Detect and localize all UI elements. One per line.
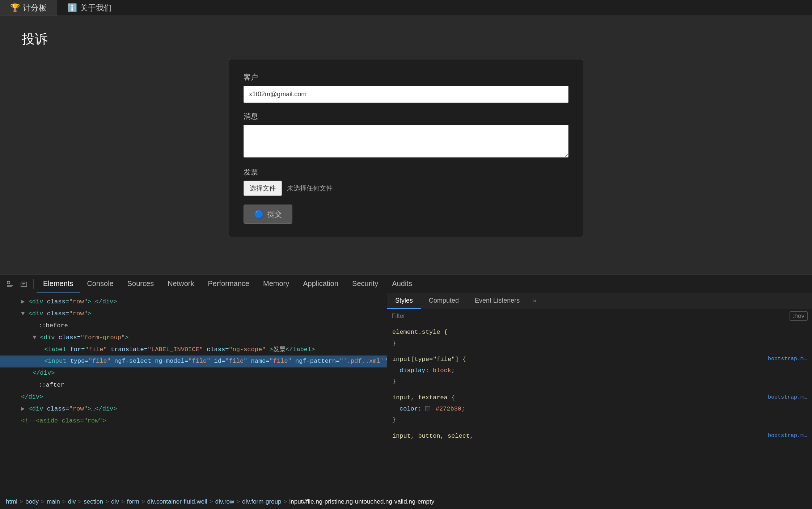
tab-console[interactable]: Console bbox=[80, 275, 120, 293]
info-icon: ℹ️ bbox=[67, 3, 77, 13]
breadcrumb-input-active[interactable]: input#file.ng-pristine.ng-untouched.ng-v… bbox=[288, 498, 436, 505]
devtools-body: ▶ <div class="row">…</div> ▼ <div class=… bbox=[0, 293, 812, 494]
trophy-icon: 🏆 bbox=[10, 3, 20, 13]
rule-input-textarea: input, textarea { bootstrap.m… color: #2… bbox=[392, 392, 807, 426]
breadcrumb-container[interactable]: div.container-fluid.well bbox=[146, 498, 209, 505]
nav-item-scoreboard[interactable]: 🏆 计分板 bbox=[0, 0, 57, 16]
tree-line: <!--<aside class="row"> bbox=[0, 415, 387, 427]
breadcrumb-body[interactable]: body bbox=[24, 498, 40, 505]
tab-application[interactable]: Application bbox=[296, 275, 345, 293]
styles-tabs: Styles Computed Event Listeners » bbox=[387, 293, 812, 309]
breadcrumb-html[interactable]: html bbox=[4, 498, 19, 505]
breadcrumb-form[interactable]: form bbox=[126, 498, 141, 505]
tree-arrow[interactable]: ▶ bbox=[21, 298, 25, 305]
tree-line: ▶ <div class="row">…</div> bbox=[0, 403, 387, 415]
tree-arrow[interactable]: ▶ bbox=[21, 405, 25, 412]
tree-line: ::before bbox=[0, 320, 387, 332]
tree-line: ▼ <div class="form-group"> bbox=[0, 332, 387, 344]
form-card: 客户 消息 发票 选择文件 未选择任何文件 🔵 提交 bbox=[229, 59, 583, 237]
tree-arrow[interactable]: ▼ bbox=[21, 310, 25, 317]
top-nav: 🏆 计分板 ℹ️ 关于我们 bbox=[0, 0, 812, 16]
breadcrumb-section[interactable]: section bbox=[82, 498, 105, 505]
message-textarea[interactable] bbox=[244, 125, 568, 157]
tab-network[interactable]: Network bbox=[161, 275, 200, 293]
tree-line: </div> bbox=[0, 391, 387, 403]
filter-input[interactable] bbox=[392, 312, 790, 320]
submit-label: 提交 bbox=[267, 209, 282, 219]
tree-line-selected[interactable]: <input type="file" ngf-select ng-model="… bbox=[0, 356, 387, 367]
tab-sources[interactable]: Sources bbox=[121, 275, 160, 293]
style-tab-event-listeners[interactable]: Event Listeners bbox=[467, 293, 528, 309]
file-hint: 未选择任何文件 bbox=[287, 184, 333, 193]
devtools-tab-bar: Elements Console Sources Network Perform… bbox=[0, 275, 812, 293]
devtools-panel: Elements Console Sources Network Perform… bbox=[0, 274, 812, 509]
breadcrumb-form-group[interactable]: div.form-group bbox=[241, 498, 283, 505]
rule-input-button: input, button, select, bootstrap.m… bbox=[392, 431, 807, 442]
breadcrumb-div2[interactable]: div bbox=[110, 498, 120, 505]
tree-line: ▼ <div class="row"> bbox=[0, 308, 387, 320]
tab-divider bbox=[33, 279, 34, 289]
tab-memory[interactable]: Memory bbox=[257, 275, 296, 293]
devtools-select-icon[interactable] bbox=[4, 278, 17, 291]
message-label: 消息 bbox=[244, 112, 568, 121]
style-tab-styles[interactable]: Styles bbox=[387, 293, 421, 309]
tree-line: ::after bbox=[0, 379, 387, 391]
invoice-form-group: 发票 选择文件 未选择任何文件 bbox=[244, 167, 568, 196]
breadcrumb-div1[interactable]: div bbox=[67, 498, 77, 505]
svg-rect-3 bbox=[21, 282, 27, 286]
tab-security[interactable]: Security bbox=[346, 275, 385, 293]
invoice-label: 发票 bbox=[244, 167, 568, 177]
tree-line: <label for="file" translate="LABEL_INVOI… bbox=[0, 344, 387, 356]
breadcrumb-bar: html > body > main > div > section > div… bbox=[0, 494, 812, 509]
nav-label-scoreboard: 计分板 bbox=[23, 3, 47, 13]
rule-source-2: bootstrap.m… bbox=[768, 392, 807, 402]
nav-label-about: 关于我们 bbox=[80, 3, 112, 13]
customer-input[interactable] bbox=[244, 86, 568, 103]
tree-line: </div> bbox=[0, 367, 387, 379]
customer-label: 客户 bbox=[244, 72, 568, 82]
tab-elements[interactable]: Elements bbox=[37, 275, 80, 293]
nav-item-about[interactable]: ℹ️ 关于我们 bbox=[57, 0, 122, 16]
submit-icon: 🔵 bbox=[254, 210, 264, 219]
breadcrumb-row[interactable]: div.row bbox=[214, 498, 236, 505]
hover-button[interactable]: :hov bbox=[790, 311, 808, 321]
style-tab-computed[interactable]: Computed bbox=[421, 293, 467, 309]
rule-input-file: input[type="file"] { bootstrap.m… displa… bbox=[392, 354, 807, 387]
rule-element-style: element.style { } bbox=[392, 327, 807, 349]
message-form-group: 消息 bbox=[244, 112, 568, 159]
styles-rules: element.style { } input[type="file"] { b… bbox=[387, 323, 812, 494]
breadcrumb-main[interactable]: main bbox=[45, 498, 62, 505]
rule-source-3: bootstrap.m… bbox=[768, 431, 807, 441]
tab-performance[interactable]: Performance bbox=[202, 275, 256, 293]
element-tree[interactable]: ▶ <div class="row">…</div> ▼ <div class=… bbox=[0, 293, 387, 494]
styles-panel: Styles Computed Event Listeners » :hov e… bbox=[387, 293, 812, 494]
svg-rect-0 bbox=[7, 281, 10, 284]
tab-audits[interactable]: Audits bbox=[385, 275, 419, 293]
customer-form-group: 客户 bbox=[244, 72, 568, 103]
devtools-inspect-icon[interactable] bbox=[17, 278, 30, 291]
file-section: 选择文件 未选择任何文件 bbox=[244, 181, 568, 196]
file-choose-button[interactable]: 选择文件 bbox=[244, 181, 282, 196]
rule-source: bootstrap.m… bbox=[768, 354, 807, 364]
tree-arrow[interactable]: ▼ bbox=[33, 334, 36, 341]
styles-filter: :hov bbox=[387, 309, 812, 323]
main-content: 投诉 客户 消息 发票 选择文件 未选择任何文件 🔵 提交 bbox=[0, 16, 812, 274]
style-tab-more[interactable]: » bbox=[528, 293, 541, 309]
page-title: 投诉 bbox=[22, 30, 790, 48]
submit-button[interactable]: 🔵 提交 bbox=[244, 205, 292, 224]
tree-line: ▶ <div class="row">…</div> bbox=[0, 296, 387, 308]
